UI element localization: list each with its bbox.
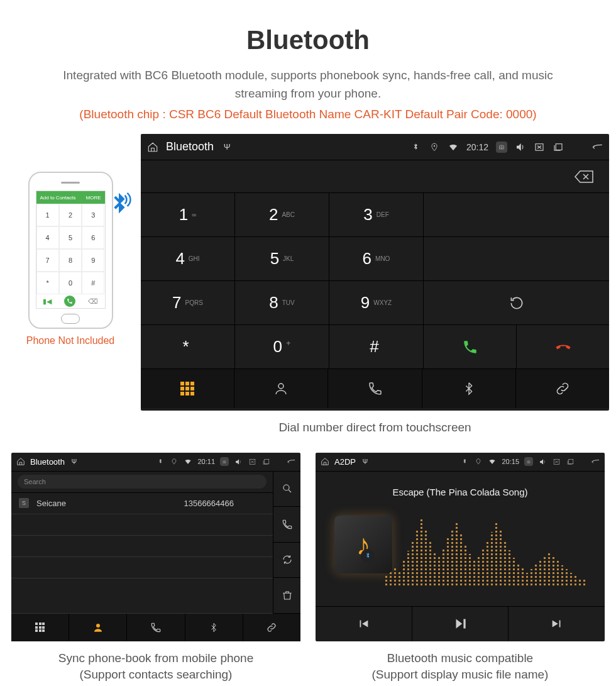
volume-icon[interactable] (515, 141, 526, 153)
search-button[interactable] (273, 472, 300, 507)
recent-apps-icon[interactable] (566, 457, 575, 466)
music-note-icon: ♪ (356, 528, 371, 562)
tab-pair[interactable] (243, 614, 300, 641)
svg-point-4 (278, 384, 283, 389)
status-bar: Bluetooth Ψ 20:12 (141, 134, 609, 160)
close-app-icon[interactable] (552, 457, 561, 466)
key-9[interactable]: 9WXYZ (329, 281, 424, 324)
contact-row[interactable]: S Seicane 13566664466 (11, 493, 273, 514)
screen-title: Bluetooth (30, 457, 65, 467)
call-contact-button[interactable] (273, 507, 300, 543)
music-caption: Bluetooth music compatible(Support displ… (316, 650, 605, 683)
tab-pair[interactable] (516, 369, 609, 408)
redial-button[interactable] (424, 281, 609, 324)
status-bar: A2DP Ψ 20:15 (316, 453, 605, 472)
track-title: Escape (The Pina Colada Song) (392, 487, 527, 497)
dialer-caption: Dial number direct from touchscreen (141, 419, 609, 436)
video-icon: ▮◀ (43, 297, 52, 306)
phone-caption: Phone Not Included (8, 335, 133, 346)
home-icon[interactable] (147, 141, 158, 153)
phone-mockup-column: Add to Contacts MORE 123 456 789 *0# ▮◀ (8, 134, 133, 346)
tab-keypad[interactable] (11, 614, 69, 641)
next-button[interactable] (509, 607, 605, 641)
backspace-button[interactable] (574, 169, 595, 184)
clock: 20:11 (197, 458, 215, 465)
tab-contacts[interactable] (69, 614, 127, 641)
usb-icon: Ψ (221, 141, 233, 153)
contact-number: 13566664466 (184, 499, 234, 508)
svg-point-1 (501, 147, 503, 148)
album-art: ♪ (334, 516, 392, 573)
key-6[interactable]: 6MNO (329, 237, 424, 280)
status-bar: Bluetooth Ψ 20:11 (11, 453, 300, 472)
phone-keypad: 123 456 789 *0# (36, 204, 105, 294)
location-icon (170, 457, 179, 466)
key-0[interactable]: 0+ (235, 325, 329, 368)
screenshot-icon[interactable] (220, 457, 229, 466)
key-1[interactable]: 1∞ (141, 193, 235, 236)
key-star[interactable]: * (141, 325, 235, 368)
key-4[interactable]: 4GHI (141, 237, 235, 280)
home-icon[interactable] (321, 457, 329, 466)
empty-action (424, 237, 609, 280)
screenshot-icon[interactable] (524, 457, 533, 466)
phonebook-caption: Sync phone-book from mobile phone(Suppor… (11, 650, 300, 683)
play-pause-button[interactable] (412, 607, 509, 641)
close-app-icon[interactable] (248, 457, 256, 466)
recent-apps-icon[interactable] (261, 457, 270, 466)
volume-icon[interactable] (538, 457, 547, 466)
backspace-icon: ⌫ (88, 297, 98, 306)
svg-point-8 (283, 485, 289, 490)
sync-button[interactable] (273, 543, 300, 578)
phone-add-contacts: Add to Contacts (40, 195, 76, 201)
back-icon[interactable] (287, 457, 295, 466)
wifi-icon (448, 141, 459, 153)
bluetooth-icon (460, 457, 469, 466)
bluetooth-icon (410, 141, 421, 153)
phonebook-screen: Bluetooth Ψ 20:11 Search S (11, 453, 300, 641)
tab-bluetooth[interactable] (185, 614, 243, 641)
wifi-icon (488, 457, 497, 466)
key-7[interactable]: 7PQRS (141, 281, 235, 324)
volume-icon[interactable] (234, 457, 243, 466)
svg-rect-12 (568, 459, 573, 463)
screen-title: Bluetooth (166, 140, 214, 153)
location-icon (474, 457, 483, 466)
phone-more: MORE (86, 195, 101, 201)
tab-keypad[interactable] (141, 369, 234, 408)
specs-text: (Bluetooth chip : CSR BC6 Default Blueto… (0, 108, 616, 121)
intro-text: Integrated with BC6 Bluetooth module, su… (0, 67, 616, 102)
close-app-icon[interactable] (534, 141, 545, 153)
bluetooth-icon (156, 457, 165, 466)
tab-contacts[interactable] (234, 369, 328, 408)
back-icon[interactable] (591, 457, 600, 466)
clock: 20:12 (466, 142, 488, 152)
key-3[interactable]: 3DEF (329, 193, 424, 236)
call-button[interactable] (424, 325, 517, 368)
tab-recent[interactable] (328, 369, 422, 408)
location-icon (429, 141, 440, 153)
prev-button[interactable] (316, 607, 412, 641)
person-icon (273, 381, 289, 396)
key-hash[interactable]: # (329, 325, 424, 368)
key-2[interactable]: 2ABC (235, 193, 329, 236)
key-5[interactable]: 5JKL (235, 237, 329, 280)
hangup-button[interactable] (517, 325, 609, 368)
tab-recent[interactable] (127, 614, 185, 641)
phone-icon (150, 622, 162, 633)
wifi-icon (184, 457, 192, 466)
visualizer (385, 516, 585, 585)
screenshot-icon[interactable] (496, 141, 507, 153)
key-8[interactable]: 8TUV (235, 281, 329, 324)
back-icon[interactable] (591, 141, 603, 153)
svg-rect-7 (264, 459, 268, 463)
contact-name: Seicane (36, 499, 66, 508)
search-input[interactable]: Search (18, 475, 267, 489)
dial-display (141, 160, 609, 193)
dialer-screen: Bluetooth Ψ 20:12 1∞ 2ABC (141, 134, 609, 411)
delete-button[interactable] (273, 578, 300, 614)
svg-point-9 (96, 624, 100, 628)
tab-bluetooth[interactable] (422, 369, 516, 408)
home-icon[interactable] (16, 457, 25, 466)
recent-apps-icon[interactable] (553, 141, 564, 153)
